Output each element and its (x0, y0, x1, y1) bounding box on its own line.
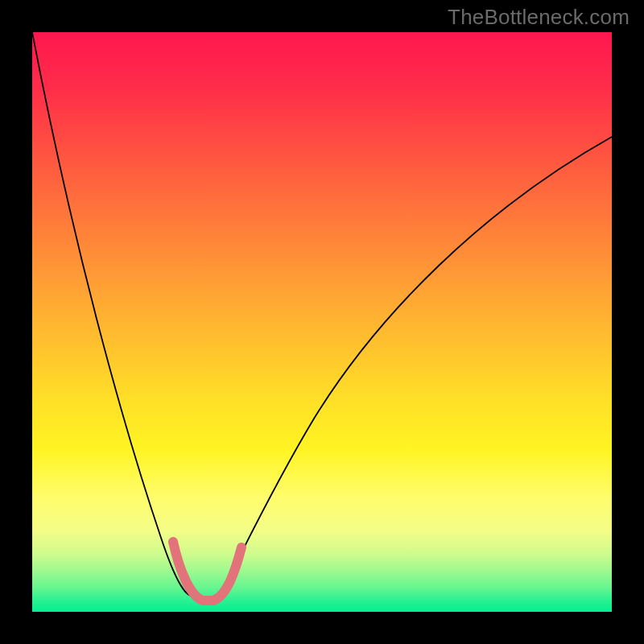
curve-left (32, 32, 192, 596)
curve-overlay (32, 32, 612, 612)
chart-frame: TheBottleneck.com (0, 0, 644, 644)
plot-area (32, 32, 612, 612)
curve-right (219, 137, 612, 596)
watermark-text: TheBottleneck.com (448, 5, 630, 30)
pink-valley-segment (173, 542, 242, 601)
